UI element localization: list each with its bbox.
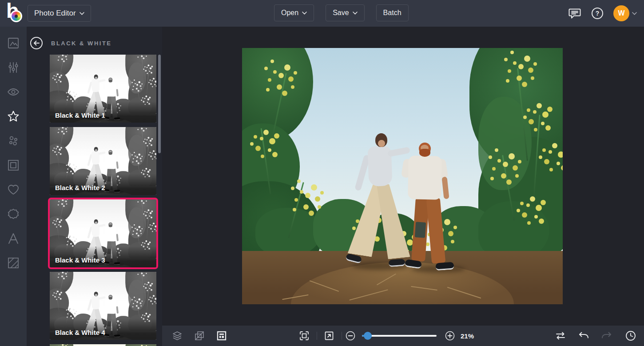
save-label: Save xyxy=(333,9,349,17)
transform-button[interactable] xyxy=(191,326,207,346)
effect-thumbnails: Black & White 1 Black & White 2 xyxy=(50,55,156,346)
layout-panels-button[interactable] xyxy=(214,326,230,346)
rail-item-artsy[interactable] xyxy=(7,134,20,147)
artsy-circles-icon xyxy=(7,134,20,147)
thumbnail-label: Black & White 2 xyxy=(55,184,105,191)
thumbnail-label: Black & White 3 xyxy=(55,256,105,264)
eye-icon xyxy=(7,85,20,99)
zoom-slider-knob[interactable] xyxy=(364,332,372,340)
transform-icon xyxy=(194,330,205,341)
open-button[interactable]: Open xyxy=(274,4,314,21)
field-photo-scene xyxy=(50,344,156,346)
effect-thumb-black-white-3[interactable]: Black & White 3 xyxy=(50,199,156,267)
feedback-chat-icon xyxy=(568,7,581,20)
rail-item-frames[interactable] xyxy=(7,159,20,172)
rail-item-textures[interactable] xyxy=(7,256,20,270)
chevron-down-icon xyxy=(80,12,84,15)
back-button[interactable] xyxy=(30,37,43,49)
zoom-percent: 21% xyxy=(461,326,474,346)
history-button[interactable] xyxy=(623,326,639,346)
logo-color-wheel-icon xyxy=(10,10,22,22)
editor-canvas-area xyxy=(162,27,644,326)
bottom-toolbar: 21% xyxy=(162,326,644,346)
svg-text:?: ? xyxy=(596,10,600,17)
befunky-logo[interactable]: b xyxy=(5,3,26,24)
frame-icon xyxy=(7,159,20,172)
thumbnail-preview xyxy=(50,344,156,346)
redo-icon xyxy=(601,330,612,341)
zoom-in-button[interactable] xyxy=(442,326,458,346)
rail-item-text[interactable] xyxy=(7,232,20,245)
edited-photo-canvas[interactable] xyxy=(242,48,563,304)
field-photo-scene xyxy=(242,48,563,304)
help-icon: ? xyxy=(591,7,604,20)
badge-icon xyxy=(7,207,20,221)
rail-item-effects[interactable] xyxy=(7,110,20,123)
main-menu: Open Save Batch xyxy=(274,4,409,21)
effect-thumb-partial[interactable] xyxy=(50,344,156,346)
thumbnail-label: Black & White 1 xyxy=(55,111,105,119)
top-right-controls: ? W xyxy=(568,0,637,27)
avatar: W xyxy=(613,5,629,21)
effect-thumb-black-white-1[interactable]: Black & White 1 xyxy=(50,55,156,123)
feedback-chat-button[interactable] xyxy=(568,7,581,20)
chevron-down-icon xyxy=(353,12,358,15)
effects-panel: BLACK & WHITE Black & White 1 xyxy=(27,27,162,346)
layers-icon xyxy=(172,330,183,341)
sliders-icon xyxy=(7,61,20,74)
zoom-out-button[interactable] xyxy=(342,326,358,346)
rail-item-touchup[interactable] xyxy=(7,85,20,99)
rail-item-edit[interactable] xyxy=(7,36,20,50)
history-clock-icon xyxy=(625,330,636,342)
minus-circle-icon xyxy=(345,330,356,341)
tools-rail xyxy=(0,27,27,346)
thumbnail-label: Black & White 4 xyxy=(55,329,105,336)
back-arrow-icon xyxy=(33,40,40,46)
compare-icon xyxy=(555,330,566,341)
effect-thumb-black-white-2[interactable]: Black & White 2 xyxy=(50,127,156,195)
texture-icon xyxy=(7,256,20,270)
effect-thumb-black-white-4[interactable]: Black & White 4 xyxy=(50,272,156,340)
image-icon xyxy=(7,36,20,50)
save-button[interactable]: Save xyxy=(326,4,364,21)
text-a-icon xyxy=(7,232,20,245)
actual-size-button[interactable] xyxy=(321,326,337,346)
avatar-initial: W xyxy=(618,9,624,17)
rail-item-graphics[interactable] xyxy=(7,183,20,196)
actual-size-icon xyxy=(324,330,334,341)
panel-scrollbar[interactable] xyxy=(158,55,161,153)
plus-circle-icon xyxy=(445,330,455,341)
star-icon xyxy=(7,110,20,123)
app-switcher-label: Photo Editor xyxy=(34,9,76,18)
open-label: Open xyxy=(281,9,298,17)
redo-button[interactable] xyxy=(599,326,615,346)
compare-button[interactable] xyxy=(553,326,568,346)
toolbar-separator xyxy=(317,332,317,340)
layers-button[interactable] xyxy=(169,326,185,346)
batch-label: Batch xyxy=(383,9,402,17)
panel-title: BLACK & WHITE xyxy=(51,40,112,47)
batch-button[interactable]: Batch xyxy=(376,4,409,21)
undo-icon xyxy=(578,330,589,341)
toolbar-separator xyxy=(342,332,342,340)
rail-item-adjust[interactable] xyxy=(7,61,20,74)
undo-button[interactable] xyxy=(576,326,592,346)
account-menu[interactable]: W xyxy=(613,5,637,21)
fit-screen-icon xyxy=(299,330,310,341)
help-button[interactable]: ? xyxy=(591,7,604,20)
fit-to-screen-button[interactable] xyxy=(296,326,312,346)
chevron-down-icon xyxy=(302,12,307,15)
top-bar: b Photo Editor Open Save Batch ? xyxy=(0,0,644,27)
zoom-slider[interactable] xyxy=(362,335,437,337)
layout-panels-icon xyxy=(216,330,227,341)
heart-icon xyxy=(7,183,20,196)
chevron-down-icon xyxy=(632,12,637,15)
rail-item-overlays[interactable] xyxy=(7,207,20,221)
app-switcher-button[interactable]: Photo Editor xyxy=(28,5,91,22)
